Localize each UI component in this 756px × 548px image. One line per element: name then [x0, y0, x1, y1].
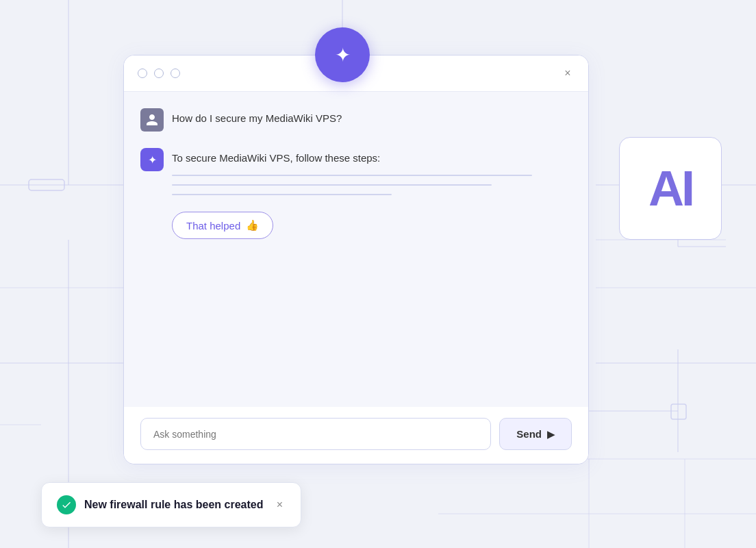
user-avatar	[140, 108, 164, 132]
close-button[interactable]: ×	[561, 66, 575, 80]
content-line-2	[172, 184, 492, 186]
user-message-text: How do I secure my MediaWiki VPS?	[172, 108, 342, 124]
ai-avatar-circle: ✦	[315, 27, 370, 82]
send-label: Send	[516, 428, 542, 440]
toast-notification: New firewall rule has been created ×	[41, 482, 301, 527]
user-message: How do I secure my MediaWiki VPS?	[140, 108, 572, 132]
svg-rect-11	[29, 179, 64, 190]
ai-card-label: AI	[648, 164, 692, 213]
window-dot-2	[154, 68, 164, 78]
content-lines	[172, 175, 572, 195]
chat-body: How do I secure my MediaWiki VPS? ✦ To s…	[124, 92, 588, 407]
toast-message: New firewall rule has been created	[84, 499, 266, 511]
ask-input[interactable]	[140, 418, 491, 450]
content-line-3	[172, 194, 392, 195]
window-dot-3	[171, 68, 180, 78]
ai-message: ✦ To secure MediaWiki VPS, follow these …	[140, 148, 572, 239]
content-line-1	[172, 175, 532, 176]
input-area: Send ▶	[124, 407, 588, 464]
toast-close-button[interactable]: ×	[274, 499, 286, 511]
user-icon	[145, 113, 159, 127]
ai-message-avatar: ✦	[140, 148, 164, 171]
sparkles-icon: ✦	[335, 44, 351, 66]
checkmark-icon	[61, 499, 72, 510]
ai-card: AI	[619, 137, 722, 240]
window-controls	[138, 68, 180, 78]
svg-rect-12	[671, 404, 686, 419]
ai-message-content: To secure MediaWiki VPS, follow these st…	[172, 148, 572, 239]
that-helped-label: That helped	[186, 220, 240, 232]
that-helped-button[interactable]: That helped 👍	[172, 212, 273, 239]
thumbs-up-emoji: 👍	[246, 219, 259, 232]
ai-intro-text: To secure MediaWiki VPS, follow these st…	[172, 148, 572, 164]
chat-window: × How do I secure my MediaWiki VPS? ✦ To…	[123, 55, 589, 464]
ai-sparkle-icon: ✦	[148, 153, 157, 166]
send-button[interactable]: Send ▶	[499, 418, 572, 450]
window-dot-1	[138, 68, 147, 78]
send-arrow-icon: ▶	[547, 429, 555, 440]
toast-success-icon	[57, 495, 76, 514]
